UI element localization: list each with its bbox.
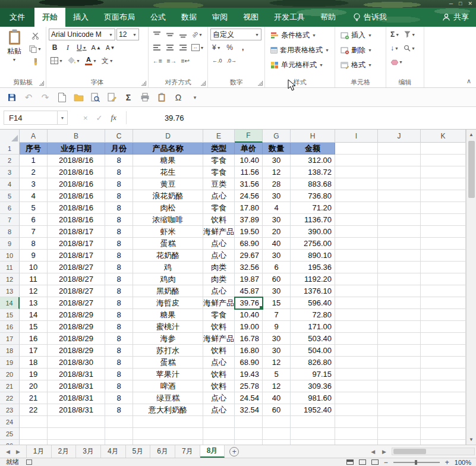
cell-H17[interactable]: 503.40 xyxy=(291,333,335,345)
sort-filter-button[interactable]: ▼ xyxy=(402,29,417,40)
cell-F24[interactable] xyxy=(235,416,263,428)
zoom-level[interactable]: 100% xyxy=(455,459,471,466)
name-box-dropdown[interactable]: ▼ xyxy=(57,111,68,125)
collapse-ribbon-button[interactable]: ∧ xyxy=(466,77,471,85)
cell-A8[interactable]: 7 xyxy=(20,226,48,238)
cell-E2[interactable]: 零食 xyxy=(203,155,235,166)
row-header-1[interactable]: 1 xyxy=(0,143,20,155)
percent-style-button[interactable]: % xyxy=(224,42,236,53)
undo-icon[interactable]: ↶ xyxy=(21,90,36,105)
sheet-tab-6月[interactable]: 6月 xyxy=(150,445,175,458)
cell-J16[interactable] xyxy=(378,321,421,333)
cancel-icon[interactable]: × xyxy=(83,114,88,122)
cell-D9[interactable]: 蛋糕 xyxy=(133,238,203,250)
print-preview-icon[interactable] xyxy=(88,90,102,105)
cell-H9[interactable]: 2756.00 xyxy=(291,238,335,250)
column-header-E[interactable]: E xyxy=(203,130,235,143)
cell-D20[interactable]: 苹果汁 xyxy=(133,369,203,380)
cell-I7[interactable] xyxy=(335,214,378,226)
sheet-nav-right-icon[interactable]: ▶ xyxy=(16,449,20,455)
cell-F10[interactable]: 29.67 xyxy=(235,250,263,262)
cell-E15[interactable]: 零食 xyxy=(203,309,235,321)
cell-B25[interactable] xyxy=(48,428,105,440)
cell-I11[interactable] xyxy=(335,262,378,273)
row-header-10[interactable]: 10 xyxy=(0,250,20,262)
cell-H12[interactable]: 1192.20 xyxy=(291,273,335,285)
vertical-scrollbar[interactable]: ▲ ▼ xyxy=(466,130,476,445)
cell-I21[interactable] xyxy=(335,380,378,392)
copy-button[interactable]: ▼ xyxy=(27,43,43,55)
cell-G6[interactable]: 4 xyxy=(263,202,291,214)
cell-G17[interactable]: 30 xyxy=(263,333,291,345)
cell-K20[interactable] xyxy=(421,369,466,380)
cell-G21[interactable]: 12 xyxy=(263,380,291,392)
cell-G22[interactable]: 40 xyxy=(263,392,291,404)
ribbon-tab-7[interactable]: 视图 xyxy=(235,8,266,27)
cell-B4[interactable]: 2018/8/16 xyxy=(48,178,105,190)
cell-B18[interactable]: 2018/8/29 xyxy=(48,345,105,357)
cell-A18[interactable]: 17 xyxy=(20,345,48,357)
cell-J20[interactable] xyxy=(378,369,421,380)
cell-J18[interactable] xyxy=(378,345,421,357)
zoom-out-icon[interactable]: − xyxy=(384,458,388,466)
cell-A5[interactable]: 4 xyxy=(20,190,48,202)
cell-C19[interactable]: 8 xyxy=(105,357,133,369)
cell-H2[interactable]: 312.00 xyxy=(291,155,335,166)
ribbon-tab-8[interactable]: 开发工具 xyxy=(266,8,313,27)
cell-D6[interactable]: 肉松 xyxy=(133,202,203,214)
increase-font-button[interactable]: A▲ xyxy=(90,42,103,53)
zoom-in-icon[interactable]: + xyxy=(445,458,449,466)
cell-C17[interactable]: 8 xyxy=(105,333,133,345)
cell-H7[interactable]: 1136.70 xyxy=(291,214,335,226)
cell-K16[interactable] xyxy=(421,321,466,333)
cell-J17[interactable] xyxy=(378,333,421,345)
cell-B13[interactable]: 2018/8/27 xyxy=(48,285,105,297)
cell-K8[interactable] xyxy=(421,226,466,238)
number-format-combo[interactable]: 自定义 ▼ xyxy=(210,29,261,40)
cell-G13[interactable]: 30 xyxy=(263,285,291,297)
select-all-button[interactable] xyxy=(0,130,20,143)
cell-C13[interactable]: 8 xyxy=(105,285,133,297)
row-header-14[interactable]: 14 xyxy=(0,297,20,309)
cell-I22[interactable] xyxy=(335,392,378,404)
wrap-text-button[interactable]: ≡↩ xyxy=(179,55,191,67)
cell-C18[interactable]: 8 xyxy=(105,345,133,357)
cell-C9[interactable]: 8 xyxy=(105,238,133,250)
cell-J9[interactable] xyxy=(378,238,421,250)
cell-A9[interactable]: 8 xyxy=(20,238,48,250)
cell-A10[interactable]: 9 xyxy=(20,250,48,262)
cell-E14[interactable]: 海鲜产品 xyxy=(203,297,235,309)
cell-K23[interactable] xyxy=(421,404,466,416)
row-header-8[interactable]: 8 xyxy=(0,226,20,238)
cell-J3[interactable] xyxy=(378,166,421,178)
cell-F4[interactable]: 31.56 xyxy=(235,178,263,190)
cell-G11[interactable]: 6 xyxy=(263,262,291,273)
cell-J15[interactable] xyxy=(378,309,421,321)
insert-function-icon[interactable]: fx xyxy=(111,113,116,122)
cell-I15[interactable] xyxy=(335,309,378,321)
hscroll-left-icon[interactable]: ◀ xyxy=(369,449,377,455)
cell-I24[interactable] xyxy=(335,416,378,428)
minimize-icon[interactable]: ─ xyxy=(449,0,453,8)
sheet-tab-8月[interactable]: 8月 xyxy=(200,445,225,458)
column-header-C[interactable]: C xyxy=(105,130,133,143)
cell-K6[interactable] xyxy=(421,202,466,214)
cell-H8[interactable]: 390.00 xyxy=(291,226,335,238)
row-header-3[interactable]: 3 xyxy=(0,166,20,178)
cell-J10[interactable] xyxy=(378,250,421,262)
increase-decimal-button[interactable]: ←.0 xyxy=(210,55,224,67)
cell-E5[interactable]: 点心 xyxy=(203,190,235,202)
enter-icon[interactable]: ✓ xyxy=(96,114,103,122)
cell-F8[interactable]: 19.50 xyxy=(235,226,263,238)
cell-G23[interactable]: 60 xyxy=(263,404,291,416)
cell-E8[interactable]: 海鲜产品 xyxy=(203,226,235,238)
cell-G4[interactable]: 28 xyxy=(263,178,291,190)
cell-C5[interactable]: 8 xyxy=(105,190,133,202)
sheet-tab-3月[interactable]: 3月 xyxy=(76,445,101,458)
cell-styles-button[interactable]: 单元格样式 ▼ xyxy=(267,58,332,71)
cell-G16[interactable]: 9 xyxy=(263,321,291,333)
cell-H11[interactable]: 195.36 xyxy=(291,262,335,273)
cell-I4[interactable] xyxy=(335,178,378,190)
cell-H4[interactable]: 883.68 xyxy=(291,178,335,190)
row-header-12[interactable]: 12 xyxy=(0,273,20,285)
